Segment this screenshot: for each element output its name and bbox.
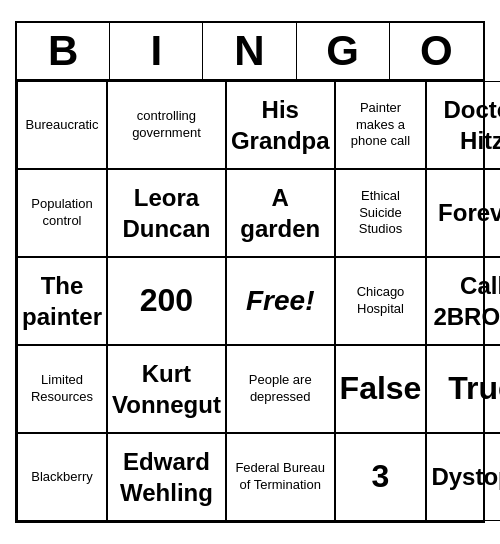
bingo-cell-15: Limited Resources: [17, 345, 107, 433]
bingo-cell-0: Bureaucratic: [17, 81, 107, 169]
bingo-grid: Bureaucraticcontrolling governmentHis Gr…: [17, 81, 483, 521]
bingo-cell-1: controlling government: [107, 81, 226, 169]
bingo-cell-22: Federal Bureau of Termination: [226, 433, 335, 521]
bingo-cell-4: Doctor Hitz: [426, 81, 500, 169]
bingo-cell-6: Leora Duncan: [107, 169, 226, 257]
bingo-cell-16: Kurt Vonnegut: [107, 345, 226, 433]
bingo-cell-14: Call 2BRO2B: [426, 257, 500, 345]
header-b: B: [17, 23, 110, 79]
bingo-cell-17: People are depressed: [226, 345, 335, 433]
bingo-cell-24: Dystopia: [426, 433, 500, 521]
bingo-cell-8: Ethical Suicide Studios: [335, 169, 427, 257]
bingo-cell-10: The painter: [17, 257, 107, 345]
bingo-cell-23: 3: [335, 433, 427, 521]
bingo-cell-18: False: [335, 345, 427, 433]
header-o: O: [390, 23, 483, 79]
header-i: I: [110, 23, 203, 79]
bingo-cell-7: A garden: [226, 169, 335, 257]
bingo-card: B I N G O Bureaucraticcontrolling govern…: [15, 21, 485, 523]
bingo-header: B I N G O: [17, 23, 483, 81]
bingo-cell-9: Forever: [426, 169, 500, 257]
bingo-cell-19: True: [426, 345, 500, 433]
header-g: G: [297, 23, 390, 79]
bingo-cell-12: Free!: [226, 257, 335, 345]
bingo-cell-13: Chicago Hospital: [335, 257, 427, 345]
bingo-cell-11: 200: [107, 257, 226, 345]
bingo-cell-5: Population control: [17, 169, 107, 257]
bingo-cell-2: His Grandpa: [226, 81, 335, 169]
header-n: N: [203, 23, 296, 79]
bingo-cell-20: Blackberry: [17, 433, 107, 521]
bingo-cell-21: Edward Wehling: [107, 433, 226, 521]
bingo-cell-3: Painter makes a phone call: [335, 81, 427, 169]
